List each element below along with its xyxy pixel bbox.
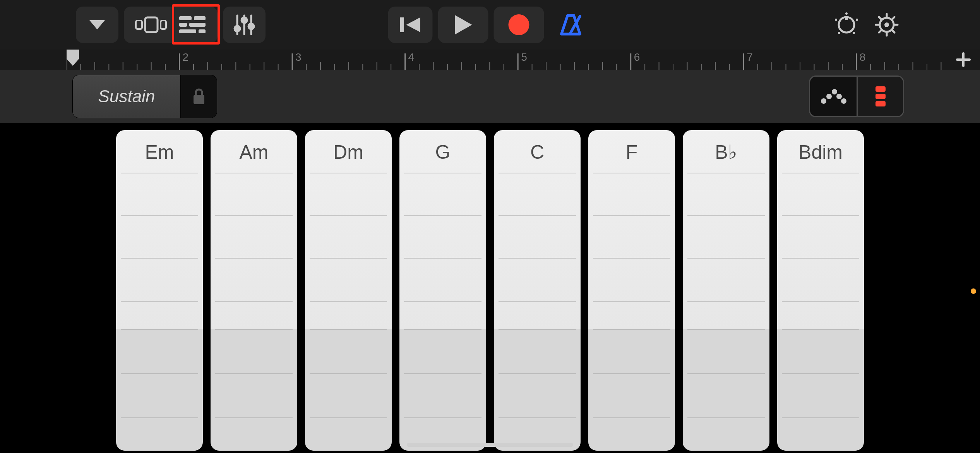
grid-view-icon	[135, 16, 167, 34]
svg-rect-5	[194, 16, 206, 20]
record-icon	[508, 14, 530, 36]
chord-strip[interactable]: C	[494, 130, 581, 451]
skip-back-icon	[399, 16, 421, 34]
tracks-view-icon	[178, 15, 206, 34]
track-settings-button[interactable]	[223, 7, 266, 43]
ruler-bar-number: 6	[634, 51, 640, 63]
svg-rect-1	[136, 21, 142, 29]
autoplay-dots-icon	[819, 88, 848, 105]
svg-rect-8	[179, 29, 196, 33]
play-icon	[454, 14, 473, 35]
svg-point-14	[242, 17, 247, 23]
plus-icon	[956, 52, 971, 67]
svg-point-117	[832, 89, 837, 94]
svg-point-26	[845, 12, 848, 15]
svg-point-119	[841, 98, 846, 104]
browser-button[interactable]	[76, 7, 118, 43]
sustain-label: Sustain	[98, 87, 155, 106]
chord-strip[interactable]: Am	[211, 130, 297, 451]
svg-marker-17	[406, 17, 420, 32]
svg-line-38	[879, 30, 881, 33]
chord-strip[interactable]: B♭	[683, 130, 769, 451]
svg-point-118	[836, 94, 842, 99]
lock-icon	[192, 88, 206, 105]
side-indicator-dot	[971, 288, 976, 294]
toolbar	[0, 0, 980, 50]
svg-rect-7	[189, 23, 206, 27]
triangle-down-icon	[88, 19, 106, 31]
gear-icon	[874, 12, 899, 37]
ruler-bar-number: 3	[295, 51, 302, 63]
add-section-button[interactable]	[954, 50, 973, 69]
chord-label: Am	[211, 141, 297, 163]
autoplay-mode-button[interactable]	[810, 77, 857, 116]
svg-point-15	[248, 24, 254, 29]
chord-strips-icon	[874, 85, 887, 108]
chord-strip[interactable]: G	[399, 130, 486, 451]
chordstrips-mode-button[interactable]	[857, 77, 903, 116]
chord-area: EmAmDmGCFB♭Bdim	[0, 124, 980, 453]
svg-rect-2	[145, 17, 158, 32]
play-button[interactable]	[438, 7, 488, 43]
svg-marker-0	[89, 20, 105, 29]
dial-icon	[834, 12, 859, 38]
metronome-button[interactable]	[550, 7, 592, 43]
svg-point-116	[826, 94, 832, 99]
ruler-bar-number: 4	[408, 51, 415, 63]
chord-strip[interactable]: F	[588, 130, 675, 451]
svg-rect-4	[179, 16, 192, 20]
svg-line-36	[892, 30, 894, 33]
svg-point-24	[835, 19, 837, 21]
svg-point-13	[235, 26, 240, 31]
svg-point-30	[884, 22, 889, 27]
svg-point-25	[856, 19, 858, 21]
svg-line-37	[892, 17, 894, 19]
chord-label: B♭	[683, 141, 769, 163]
play-mode-toggle	[809, 76, 904, 117]
svg-rect-114	[194, 95, 204, 104]
svg-rect-122	[875, 101, 886, 106]
chord-label: Em	[116, 141, 203, 163]
instrument-strip: Sustain	[0, 70, 980, 124]
chord-label: Dm	[305, 141, 392, 163]
ruler-bar-number: 7	[747, 51, 753, 63]
view-switcher[interactable]	[124, 7, 218, 43]
chord-label: C	[494, 141, 581, 163]
svg-point-115	[821, 98, 826, 104]
chord-label: G	[399, 141, 486, 163]
svg-marker-18	[455, 15, 472, 34]
sustain-lock-button[interactable]	[181, 75, 217, 118]
svg-point-23	[845, 17, 848, 20]
sustain-button[interactable]: Sustain	[73, 75, 181, 118]
chord-label: Bdim	[777, 141, 864, 163]
svg-rect-9	[199, 29, 206, 33]
sliders-icon	[233, 13, 255, 36]
ruler-bar-number: 8	[860, 51, 866, 63]
record-button[interactable]	[494, 7, 544, 43]
sustain-group: Sustain	[73, 75, 217, 118]
home-indicator	[407, 443, 573, 447]
svg-rect-121	[875, 94, 886, 99]
metronome-icon	[559, 13, 583, 36]
svg-rect-120	[875, 86, 886, 92]
ruler-bar-number: 2	[183, 51, 189, 63]
tempo-button[interactable]	[829, 7, 864, 43]
svg-marker-111	[67, 50, 79, 66]
svg-point-19	[509, 14, 529, 35]
settings-button[interactable]	[869, 7, 904, 43]
timeline-ruler[interactable]: 2345678	[0, 50, 980, 70]
svg-point-28	[853, 32, 855, 34]
ruler-bar-number: 5	[521, 51, 527, 63]
playhead[interactable]	[67, 50, 79, 66]
svg-rect-3	[161, 21, 166, 29]
chord-strip[interactable]: Dm	[305, 130, 392, 451]
chord-label: F	[588, 141, 675, 163]
svg-line-35	[879, 17, 881, 19]
svg-point-27	[838, 32, 840, 34]
svg-rect-6	[179, 23, 187, 27]
chord-strip[interactable]: Em	[116, 130, 203, 451]
chord-strip[interactable]: Bdim	[777, 130, 864, 451]
svg-rect-16	[400, 17, 404, 32]
rewind-button[interactable]	[388, 7, 433, 43]
